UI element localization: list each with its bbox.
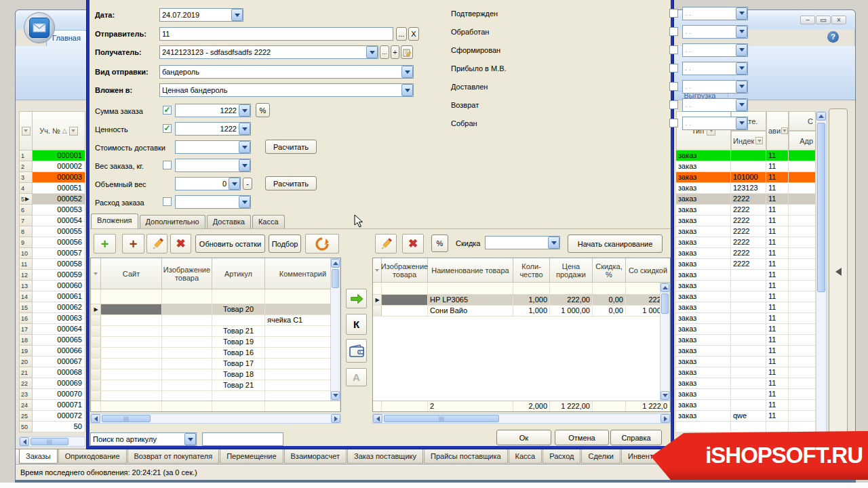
chevron-down-icon[interactable] [736,26,747,38]
table-row[interactable]: Товар 18 [91,369,340,380]
sender-clear-button[interactable]: X [408,27,419,41]
status-date-combo[interactable]: . . [682,25,748,39]
table-row[interactable]: заказ 11 [676,161,816,172]
weight-combo[interactable] [175,159,251,172]
ship-type-combo[interactable]: бандероль [159,65,414,79]
chevron-down-icon[interactable] [736,62,747,75]
bottom-tab[interactable]: Возврат от покупателя [127,449,220,464]
column-header-index[interactable]: Индек [731,131,766,150]
status-checkbox[interactable] [669,27,678,36]
minus-button[interactable]: - [243,178,252,190]
close-button[interactable]: × [831,16,846,24]
column-header-name[interactable]: Наименование товара [428,258,513,282]
wallet-button[interactable] [346,339,367,363]
column-header-avi[interactable]: ави [766,111,789,150]
delete-item-button[interactable]: ✖ [402,234,424,253]
status-checkbox[interactable] [669,82,678,91]
status-checkbox[interactable] [669,64,678,73]
bottom-tab[interactable]: Перемещение [220,449,283,464]
chevron-down-icon[interactable] [736,99,747,111]
table-row[interactable]: 16 000063 [19,313,85,324]
column-header-qty[interactable]: Коли-чество [513,258,550,282]
table-row[interactable]: заказ 2222 11 [676,248,816,259]
status-checkbox[interactable] [669,9,678,18]
chevron-down-icon[interactable] [239,196,250,208]
table-row[interactable]: заказ 11 [676,270,816,281]
scroll-up-icon[interactable] [331,259,340,268]
items-vscrollbar[interactable] [660,283,670,401]
column-header-sku[interactable]: Артикул [212,258,265,289]
table-row[interactable]: 11 000058 [19,259,85,270]
expense-checkbox[interactable] [163,197,172,206]
table-row[interactable]: 2 000002 [19,161,85,172]
table-row[interactable]: 13 000060 [19,281,85,291]
table-row[interactable]: заказ 2222 11 [676,237,816,248]
calc-volume-button[interactable]: Расчитать [265,176,317,190]
column-header-comment[interactable]: Комментарий [265,258,340,289]
scroll-up-icon[interactable] [816,112,826,121]
attachments-vscrollbar[interactable] [330,258,340,401]
table-row[interactable]: 8 000055 [19,226,85,237]
bottom-tab[interactable]: Заказы [19,449,58,464]
dialog-tab[interactable]: Вложения [91,214,138,228]
filter-dropdown-icon[interactable] [755,137,763,144]
order-sum-input[interactable]: 1222 [175,104,251,117]
bottom-tab[interactable]: Оприходование [58,449,127,464]
table-row[interactable]: заказ 11 [676,150,816,161]
k-button[interactable]: К [346,314,367,335]
filter-dropdown-icon[interactable] [69,127,78,136]
add-special-button[interactable]: + [122,234,144,253]
dialog-tab[interactable]: Доставка [207,215,251,228]
grid-corner-filter[interactable] [19,111,33,150]
help-button[interactable]: Справка [610,430,662,445]
table-row[interactable]: заказ 2222 11 [676,216,816,226]
status-checkbox[interactable] [669,100,678,109]
maximize-button[interactable]: ▭ [816,16,831,24]
table-row[interactable]: Товар 21 [91,326,340,337]
ok-button[interactable]: Ок [496,430,551,445]
help-icon[interactable]: ? [827,31,839,43]
bottom-tab[interactable]: Прайсы поставщика [424,449,508,464]
volume-weight-input[interactable]: 0 [175,177,241,190]
chevron-down-icon[interactable] [239,104,250,117]
chevron-down-icon[interactable] [548,237,559,249]
column-header-discount[interactable]: Скидка, % [593,258,626,282]
calc-delivery-button[interactable]: Расчитать [265,140,317,154]
weight-checkbox[interactable] [163,161,172,169]
table-row[interactable]: 20 000067 [19,357,85,367]
scroll-up-icon[interactable] [660,283,669,292]
edit-item-button[interactable] [375,234,397,253]
table-row[interactable]: 9 000056 [19,237,85,248]
table-row[interactable]: 17 000064 [19,324,85,335]
table-row[interactable]: 5▶ 000052 [19,194,85,205]
column-header-site[interactable]: Сайт [101,258,162,289]
sender-browse-button[interactable]: ... [396,27,407,41]
table-row[interactable] [676,422,816,432]
column-header-c[interactable]: С [789,111,816,131]
table-row[interactable]: 21 000068 [19,367,85,378]
table-row[interactable]: заказ 11 [676,291,816,302]
column-header-total[interactable]: Со скидкой [626,258,670,282]
table-row[interactable]: заказ 11 [676,335,816,346]
chevron-down-icon[interactable] [736,7,747,20]
add-button[interactable]: + [94,234,116,253]
bottom-tab[interactable]: Расход [542,449,580,464]
table-row[interactable]: Товар 19 [91,337,340,348]
table-row[interactable]: заказ 123123 11 [676,183,816,194]
table-row[interactable]: Товар 16 [91,348,340,359]
receiver-combo[interactable]: 2412123123 - sdfasdfsadfs 2222 [159,45,378,59]
items-filter-row[interactable] [373,283,670,295]
table-row[interactable]: 7 000054 [19,216,85,226]
bottom-tab[interactable]: Взаиморасчет [284,449,347,464]
search-mode-combo[interactable]: Поиск по артикулу [90,432,197,446]
receiver-edit-button[interactable] [401,45,413,59]
table-row[interactable]: 19 000066 [19,346,85,357]
value-input[interactable]: 1222 [175,122,251,136]
splitter-collapse-button[interactable] [831,266,845,278]
table-row[interactable]: 4 000051 [19,183,85,194]
filter-dropdown-icon[interactable] [781,127,788,134]
table-row[interactable]: 50 50 [19,422,85,432]
delivery-cost-combo[interactable] [175,140,251,154]
attachments-hscrollbar[interactable] [90,413,341,424]
table-row[interactable]: заказ 11 [676,313,816,324]
